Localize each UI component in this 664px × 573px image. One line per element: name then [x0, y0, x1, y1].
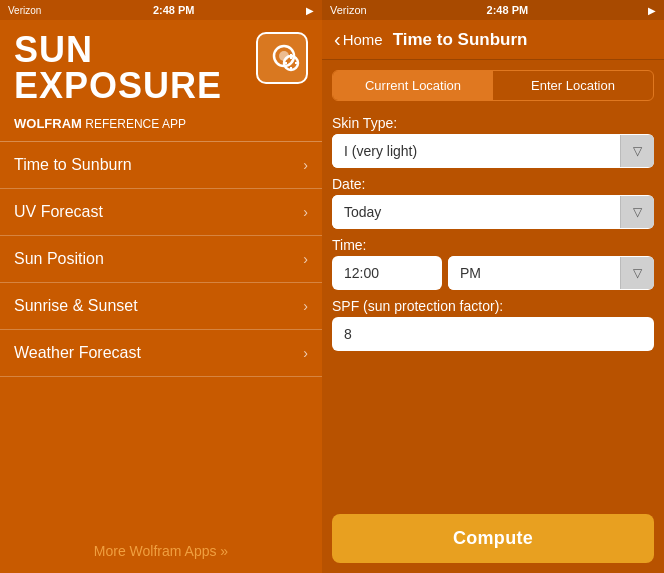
chevron-right-icon-2: ›: [303, 251, 308, 267]
menu-label-sunposition: Sun Position: [14, 250, 104, 268]
right-status-bar: Verizon 2:48 PM ▶: [322, 0, 664, 20]
time-field: Time: 12:00 PM ▽: [332, 237, 654, 290]
time-row: 12:00 PM ▽: [332, 256, 654, 290]
menu-item-sunrise[interactable]: Sunrise & Sunset ›: [0, 283, 322, 330]
form-area: Skin Type: I (very light) ▽ Date: Today …: [322, 107, 664, 504]
date-select[interactable]: Today ▽: [332, 195, 654, 229]
date-label: Date:: [332, 176, 654, 192]
back-label: Home: [343, 31, 383, 48]
chevron-right-icon-4: ›: [303, 345, 308, 361]
chevron-right-icon-3: ›: [303, 298, 308, 314]
carrier-left: Verizon: [8, 5, 41, 16]
ampm-select[interactable]: PM ▽: [448, 256, 654, 290]
spf-label: SPF (sun protection factor):: [332, 298, 654, 314]
tab-current-location[interactable]: Current Location: [333, 71, 493, 100]
skin-type-label: Skin Type:: [332, 115, 654, 131]
wolfram-badge: WOLFRAM REFERENCE APP: [0, 112, 322, 141]
chevron-right-icon-1: ›: [303, 204, 308, 220]
right-panel: Verizon 2:48 PM ▶ ‹ Home Time to Sunburn…: [322, 0, 664, 573]
left-status-bar: Verizon 2:48 PM ▶: [0, 0, 322, 20]
back-button[interactable]: ‹ Home: [334, 28, 383, 51]
right-time: 2:48 PM: [487, 4, 529, 16]
right-nav-bar: ‹ Home Time to Sunburn: [322, 20, 664, 60]
skin-type-field: Skin Type: I (very light) ▽: [332, 115, 654, 168]
time-label: Time:: [332, 237, 654, 253]
spf-field: SPF (sun protection factor): 8: [332, 298, 654, 351]
right-battery: ▶: [648, 5, 656, 16]
compute-bar: Compute: [322, 504, 664, 573]
wolfram-brand: WOLFRAM REFERENCE APP: [14, 117, 186, 131]
skin-type-arrow-icon[interactable]: ▽: [620, 135, 654, 167]
ampm-arrow-icon[interactable]: ▽: [620, 257, 654, 289]
tab-enter-location[interactable]: Enter Location: [493, 71, 653, 100]
spf-input[interactable]: 8: [332, 317, 654, 351]
skin-type-value: I (very light): [332, 134, 620, 168]
nav-title: Time to Sunburn: [393, 30, 528, 50]
menu-item-uvforecast[interactable]: UV Forecast ›: [0, 189, 322, 236]
menu-item-weather[interactable]: Weather Forecast ›: [0, 330, 322, 377]
back-chevron-icon: ‹: [334, 28, 341, 51]
menu-label-sunburn: Time to Sunburn: [14, 156, 132, 174]
left-status-left: Verizon: [8, 5, 41, 16]
left-panel: Verizon 2:48 PM ▶ SUN EXPOSURE WOLFRAM R…: [0, 0, 322, 573]
left-time: 2:48 PM: [153, 4, 195, 16]
left-header: SUN EXPOSURE: [0, 20, 322, 112]
menu-label-weather: Weather Forecast: [14, 344, 141, 362]
chevron-right-icon-0: ›: [303, 157, 308, 173]
app-title-line2: EXPOSURE: [14, 68, 222, 104]
date-field: Date: Today ▽: [332, 176, 654, 229]
tab-bar: Current Location Enter Location: [332, 70, 654, 101]
app-title-line1: SUN: [14, 32, 222, 68]
menu-list: Time to Sunburn › UV Forecast › Sun Posi…: [0, 142, 322, 529]
menu-label-sunrise: Sunrise & Sunset: [14, 297, 138, 315]
menu-label-uvforecast: UV Forecast: [14, 203, 103, 221]
more-apps-link[interactable]: More Wolfram Apps »: [0, 529, 322, 573]
date-arrow-icon[interactable]: ▽: [620, 196, 654, 228]
left-status-right: ▶: [306, 5, 314, 16]
app-title: SUN EXPOSURE: [14, 32, 222, 104]
battery-icon: ▶: [306, 5, 314, 16]
menu-item-sunposition[interactable]: Sun Position ›: [0, 236, 322, 283]
app-icon: [256, 32, 308, 84]
time-value[interactable]: 12:00: [332, 256, 442, 290]
date-value: Today: [332, 195, 620, 229]
ampm-value: PM: [448, 256, 620, 290]
compute-button[interactable]: Compute: [332, 514, 654, 563]
skin-type-select[interactable]: I (very light) ▽: [332, 134, 654, 168]
menu-item-sunburn[interactable]: Time to Sunburn ›: [0, 142, 322, 189]
carrier-right: Verizon: [330, 4, 367, 16]
